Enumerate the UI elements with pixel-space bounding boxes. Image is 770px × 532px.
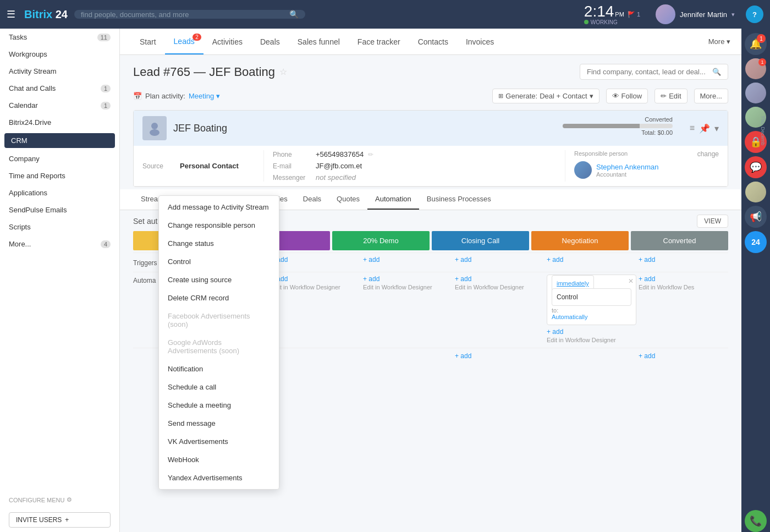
b24-button[interactable]: 24 bbox=[745, 231, 767, 253]
menu-vk[interactable]: VK Advertisements bbox=[159, 432, 279, 451]
sidebar: Tasks 11 Workgroups Activity Stream Chat… bbox=[0, 29, 120, 532]
sidebar-item-more[interactable]: More... 4 bbox=[0, 235, 119, 253]
phone-button[interactable]: 📞 bbox=[745, 510, 767, 532]
responsible-name[interactable]: Stephen Ankenman bbox=[596, 163, 658, 171]
stage-negotiation[interactable]: Negotiation bbox=[531, 231, 629, 250]
right-panel-avatar-3[interactable] bbox=[745, 107, 766, 128]
add-trigger-5[interactable]: + add bbox=[639, 256, 655, 264]
lock-button[interactable]: 🔒 bbox=[745, 131, 767, 153]
menu-control[interactable]: Control bbox=[159, 253, 279, 271]
change-responsible-link[interactable]: change bbox=[697, 150, 719, 158]
star-icon[interactable]: ☆ bbox=[279, 67, 287, 77]
tab-face-tracker[interactable]: Face tracker bbox=[349, 30, 409, 54]
notifications-button[interactable]: 🔔 1 bbox=[745, 33, 767, 55]
tab-activities[interactable]: Activities bbox=[204, 30, 251, 54]
sidebar-item-chat[interactable]: Chat and Calls 1 bbox=[0, 80, 119, 97]
menu-change-status[interactable]: Change status bbox=[159, 234, 279, 253]
add-automation-2[interactable]: + add bbox=[363, 275, 380, 283]
add-automation-3[interactable]: + add bbox=[455, 275, 471, 283]
menu-schedule-call[interactable]: Schedule a call bbox=[159, 378, 279, 396]
tab-invoices[interactable]: Invoices bbox=[457, 30, 503, 54]
edit-workflow-1[interactable]: Edit in Workflow Designer bbox=[271, 284, 361, 290]
stage-converted[interactable]: Converted bbox=[631, 231, 728, 250]
close-icon[interactable]: ✕ bbox=[628, 277, 634, 285]
bottom-add-5[interactable]: + add bbox=[639, 352, 655, 360]
tab-deals[interactable]: Deals bbox=[251, 30, 289, 54]
follow-button[interactable]: 👁 Follow bbox=[606, 89, 648, 103]
menu-create-source[interactable]: Create using source bbox=[159, 271, 279, 289]
sidebar-item-crm[interactable]: CRM bbox=[4, 133, 115, 148]
chevron-down-icon: ▾ bbox=[216, 92, 220, 100]
menu-delete-crm[interactable]: Delete CRM record bbox=[159, 289, 279, 307]
edit-workflow-5[interactable]: Edit in Workflow Des bbox=[639, 284, 728, 290]
crm-search-input[interactable] bbox=[587, 68, 708, 76]
app-logo: Bitrix 24 bbox=[24, 8, 68, 21]
tab-business-processes[interactable]: Business Processes bbox=[419, 189, 499, 210]
right-panel-avatar-4[interactable] bbox=[745, 182, 766, 202]
user-menu[interactable]: Jennifer Martin ▾ bbox=[656, 4, 735, 24]
menu-webhook[interactable]: WebHook bbox=[159, 451, 279, 469]
edit-workflow-3[interactable]: Edit in Workflow Designer bbox=[455, 284, 544, 290]
search-input[interactable] bbox=[81, 10, 285, 19]
generate-button[interactable]: ⊞ Generate: Deal + Contact ▾ bbox=[492, 89, 599, 103]
tab-contacts[interactable]: Contacts bbox=[409, 30, 457, 54]
sidebar-item-activity-stream[interactable]: Activity Stream bbox=[0, 63, 119, 80]
progress-bar bbox=[563, 124, 673, 128]
crm-search[interactable]: 🔍 bbox=[580, 64, 728, 80]
sidebar-item-calendar[interactable]: Calendar 1 bbox=[0, 97, 119, 114]
add-automation-4[interactable]: + add bbox=[547, 328, 563, 336]
collapse-icon[interactable]: ▾ bbox=[714, 123, 719, 134]
sidebar-item-company[interactable]: Company bbox=[0, 150, 119, 167]
add-trigger-2[interactable]: + add bbox=[363, 256, 380, 264]
edit-workflow-4[interactable]: Edit in Workflow Designer bbox=[547, 337, 636, 343]
global-search[interactable]: 🔍 bbox=[74, 10, 305, 19]
bottom-add-3[interactable]: + add bbox=[455, 352, 471, 360]
pin-icon[interactable]: 📌 bbox=[699, 123, 710, 134]
add-trigger-3[interactable]: + add bbox=[455, 256, 471, 264]
help-button[interactable]: ? bbox=[746, 6, 763, 23]
sidebar-item-applications[interactable]: Applications bbox=[0, 184, 119, 201]
sidebar-item-tasks[interactable]: Tasks 11 bbox=[0, 29, 119, 46]
menu-schedule-meeting[interactable]: Schedule a meeting bbox=[159, 396, 279, 414]
edit-button[interactable]: ✏ Edit bbox=[654, 89, 687, 103]
configure-menu[interactable]: CONFIGURE MENU ⚙ bbox=[0, 492, 119, 508]
tab-quotes[interactable]: Quotes bbox=[329, 189, 367, 210]
tab-sales-funnel[interactable]: Sales funnel bbox=[289, 30, 349, 54]
right-panel-avatar-2[interactable] bbox=[745, 83, 766, 103]
add-automation-5[interactable]: + add bbox=[639, 275, 655, 283]
nav-tabs: Start Leads 2 Activities Deals Sales fun… bbox=[120, 29, 741, 55]
more-button[interactable]: More... bbox=[694, 89, 728, 103]
view-button[interactable]: VIEW bbox=[697, 215, 728, 228]
stage-demo[interactable]: 20% Demo bbox=[332, 231, 430, 250]
menu-send-message[interactable]: Send message bbox=[159, 414, 279, 432]
sidebar-item-sendpulse[interactable]: SendPulse Emails bbox=[0, 201, 119, 218]
sidebar-item-workgroups[interactable]: Workgroups bbox=[0, 46, 119, 63]
top-bar: ☰ Bitrix 24 🔍 2:14 PM 🚩 1 WORKING Jennif… bbox=[0, 0, 770, 29]
nav-more-button[interactable]: More ▾ bbox=[708, 37, 730, 46]
lead-card-header: JEF Boating Converted Total: $0.00 ≡ 📌 ▾ bbox=[134, 111, 728, 146]
menu-change-responsible[interactable]: Change responsible person bbox=[159, 216, 279, 234]
menu-notification[interactable]: Notification bbox=[159, 360, 279, 378]
menu-yandex[interactable]: Yandex Advertisements bbox=[159, 469, 279, 487]
stage-closing-call[interactable]: Closing Call bbox=[432, 231, 529, 250]
tab-automation[interactable]: Automation bbox=[367, 189, 419, 210]
tab-leads[interactable]: Leads 2 bbox=[165, 29, 204, 54]
edit-workflow-2[interactable]: Edit in Workflow Designer bbox=[363, 284, 453, 290]
add-trigger-4[interactable]: + add bbox=[547, 256, 563, 264]
sidebar-item-scripts[interactable]: Scripts bbox=[0, 218, 119, 235]
sidebar-item-drive[interactable]: Bitrix24.Drive bbox=[0, 114, 119, 131]
automation-to-value-1[interactable]: Automatically bbox=[552, 314, 631, 320]
phone-edit-icon[interactable]: ✏ bbox=[368, 151, 373, 158]
invite-users-button[interactable]: INVITE USERS + bbox=[9, 512, 111, 528]
sidebar-item-time[interactable]: Time and Reports bbox=[0, 167, 119, 184]
hamburger-menu[interactable]: ☰ bbox=[7, 8, 15, 20]
menu-add-message[interactable]: Add message to Activity Stream bbox=[159, 198, 279, 216]
right-panel-avatar-1[interactable]: 1 bbox=[745, 58, 766, 79]
activity-type-dropdown[interactable]: Meeting ▾ bbox=[189, 92, 220, 100]
chat-button[interactable]: 💬 bbox=[745, 156, 767, 178]
megaphone-button[interactable]: 📢 bbox=[745, 206, 767, 228]
tab-start[interactable]: Start bbox=[131, 30, 165, 54]
tab-deals-sub[interactable]: Deals bbox=[295, 189, 329, 210]
list-view-icon[interactable]: ≡ bbox=[690, 123, 695, 134]
search-icon: 🔍 bbox=[289, 10, 299, 19]
